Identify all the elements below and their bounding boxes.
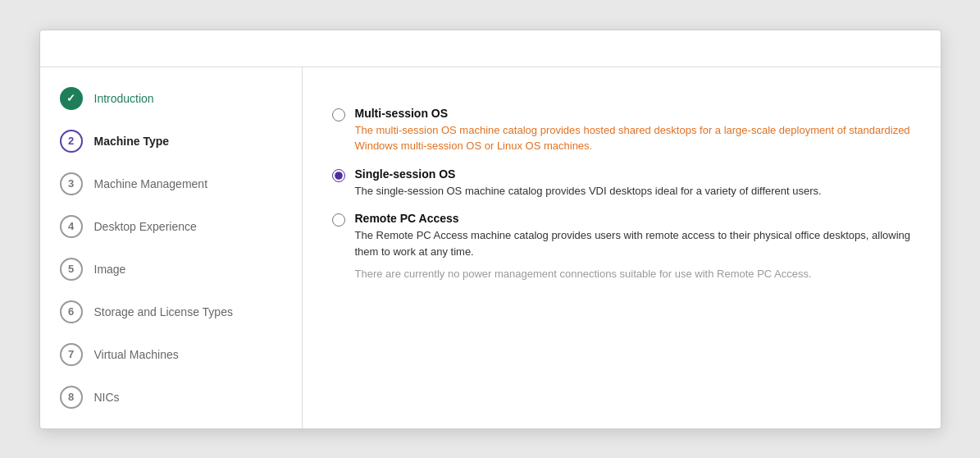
sidebar-item-nics[interactable]: 8NICs (40, 376, 302, 419)
dialog-header (40, 30, 941, 67)
step-label-1: Introduction (94, 92, 154, 105)
remote-pc-note: There are currently no power management … (332, 266, 911, 282)
sidebar: ✓Introduction2Machine Type3Machine Manag… (40, 67, 303, 428)
step-label-2: Machine Type (94, 135, 170, 148)
option-title-multi: Multi-session OS (355, 107, 911, 120)
step-circle-1: ✓ (60, 87, 83, 110)
option-desc-multi: The multi-session OS machine catalog pro… (355, 122, 911, 154)
step-label-8: NICs (94, 391, 120, 404)
option-content-multi: Multi-session OSThe multi-session OS mac… (355, 107, 911, 154)
sidebar-item-introduction[interactable]: ✓Introduction (40, 77, 302, 120)
step-circle-4: 4 (60, 215, 83, 238)
radio-multi[interactable] (332, 108, 345, 121)
option-desc-single: The single-session OS machine catalog pr… (355, 183, 822, 199)
dialog-body: ✓Introduction2Machine Type3Machine Manag… (40, 67, 941, 428)
step-circle-5: 5 (60, 258, 83, 281)
machine-type-options: Multi-session OSThe multi-session OS mac… (332, 107, 911, 282)
option-title-single: Single-session OS (355, 167, 822, 181)
close-button[interactable] (911, 47, 918, 53)
option-remote[interactable]: Remote PC AccessThe Remote PC Access mac… (332, 212, 911, 259)
step-label-3: Machine Management (94, 177, 208, 190)
step-circle-8: 8 (60, 386, 83, 409)
sidebar-item-virtual-machines[interactable]: 7Virtual Machines (40, 333, 302, 376)
step-label-6: Storage and License Types (94, 305, 233, 318)
radio-single[interactable] (332, 169, 345, 182)
option-single[interactable]: Single-session OSThe single-session OS m… (332, 167, 911, 199)
step-label-5: Image (94, 263, 126, 276)
sidebar-item-machine-management[interactable]: 3Machine Management (40, 163, 302, 205)
sidebar-item-image[interactable]: 5Image (40, 248, 302, 291)
option-desc-remote: The Remote PC Access machine catalog pro… (355, 227, 911, 259)
radio-remote[interactable] (332, 213, 345, 227)
sidebar-item-storage-and-license-types[interactable]: 6Storage and License Types (40, 291, 302, 333)
option-content-single: Single-session OSThe single-session OS m… (355, 167, 822, 199)
step-circle-2: 2 (60, 130, 83, 153)
sidebar-item-desktop-experience[interactable]: 4Desktop Experience (40, 205, 302, 248)
option-title-remote: Remote PC Access (355, 212, 911, 225)
step-label-4: Desktop Experience (94, 220, 197, 233)
option-multi[interactable]: Multi-session OSThe multi-session OS mac… (332, 107, 911, 154)
option-content-remote: Remote PC AccessThe Remote PC Access mac… (355, 212, 911, 259)
sidebar-item-machine-type[interactable]: 2Machine Type (40, 120, 302, 163)
machine-catalog-dialog: ✓Introduction2Machine Type3Machine Manag… (39, 30, 941, 429)
content-area: Multi-session OSThe multi-session OS mac… (303, 67, 941, 428)
step-label-7: Virtual Machines (94, 348, 179, 361)
step-circle-3: 3 (60, 172, 83, 195)
step-circle-6: 6 (60, 300, 83, 323)
step-circle-7: 7 (60, 343, 83, 366)
